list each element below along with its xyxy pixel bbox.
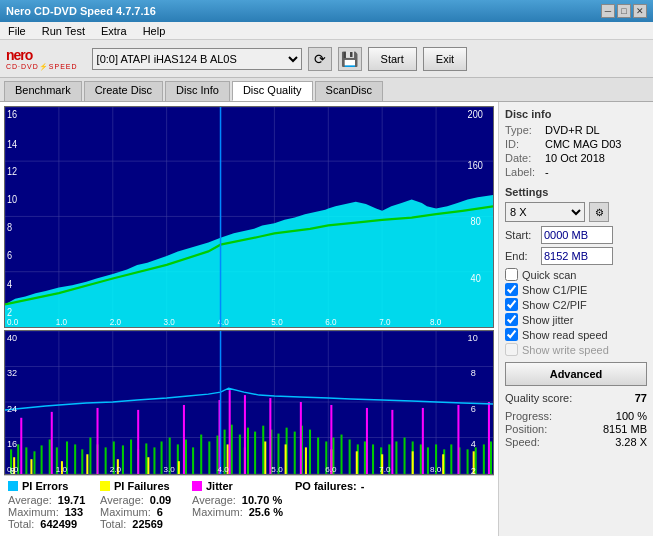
svg-rect-142 (300, 402, 302, 474)
tab-scan-disc[interactable]: ScanDisc (315, 81, 383, 101)
quality-score-row: Quality score: 77 (505, 392, 647, 404)
show-c1-pie-checkbox[interactable] (505, 283, 518, 296)
menu-file[interactable]: File (4, 24, 30, 38)
disc-id-label: ID: (505, 138, 545, 150)
svg-rect-109 (395, 441, 397, 474)
pi-errors-total-label: Total: (8, 518, 34, 530)
svg-rect-68 (130, 439, 132, 474)
show-read-speed-checkbox[interactable] (505, 328, 518, 341)
pi-failures-label: PI Failures (114, 480, 170, 492)
pi-errors-max-label: Maximum: (8, 506, 59, 518)
speed-select[interactable]: 8 X (505, 202, 585, 222)
progress-row: Progress: 100 % (505, 410, 647, 422)
svg-text:8: 8 (7, 222, 12, 234)
disc-id-value: CMC MAG D03 (545, 138, 621, 150)
svg-text:8.0: 8.0 (430, 465, 442, 474)
tab-benchmark[interactable]: Benchmark (4, 81, 82, 101)
menu-extra[interactable]: Extra (97, 24, 131, 38)
pi-failures-avg-value: 0.09 (150, 494, 171, 506)
svg-text:10: 10 (468, 333, 478, 343)
drive-select[interactable]: [0:0] ATAPI iHAS124 B AL0S (92, 48, 302, 70)
svg-text:40: 40 (7, 333, 17, 343)
title-bar: Nero CD-DVD Speed 4.7.7.16 ─ □ ✕ (0, 0, 653, 22)
svg-text:14: 14 (7, 138, 18, 150)
svg-text:16: 16 (7, 439, 17, 449)
pi-failures-stat: PI Failures Average: 0.09 Maximum: 6 Tot… (100, 480, 180, 530)
svg-text:8.0: 8.0 (430, 316, 442, 327)
disc-date-row: Date: 10 Oct 2018 (505, 152, 647, 164)
svg-rect-72 (161, 441, 163, 474)
save-icon[interactable]: 💾 (338, 47, 362, 71)
tab-disc-quality[interactable]: Disc Quality (232, 81, 313, 101)
svg-text:1.0: 1.0 (56, 465, 68, 474)
show-jitter-row: Show jitter (505, 313, 647, 326)
svg-text:7.0: 7.0 (379, 316, 391, 327)
logo-sub: CD·DVD⚡SPEED (6, 63, 78, 71)
pi-failures-max-label: Maximum: (100, 506, 151, 518)
logo-nero: nero (6, 47, 32, 63)
pi-failures-total-label: Total: (100, 518, 126, 530)
exit-button[interactable]: Exit (423, 47, 467, 71)
svg-rect-67 (122, 445, 124, 474)
menu-help[interactable]: Help (139, 24, 170, 38)
speed-value: 3.28 X (615, 436, 647, 448)
disc-info-title: Disc info (505, 108, 647, 120)
advanced-button[interactable]: Advanced (505, 362, 647, 386)
show-write-speed-label: Show write speed (522, 344, 609, 356)
disc-type-value: DVD+R DL (545, 124, 600, 136)
show-read-speed-row: Show read speed (505, 328, 647, 341)
svg-text:5.0: 5.0 (271, 465, 283, 474)
start-button[interactable]: Start (368, 47, 417, 71)
disc-date-label: Date: (505, 152, 545, 164)
svg-rect-103 (349, 439, 351, 474)
svg-rect-70 (145, 443, 147, 474)
tab-disc-info[interactable]: Disc Info (165, 81, 230, 101)
svg-text:6.0: 6.0 (325, 465, 337, 474)
svg-rect-83 (86, 454, 88, 474)
show-write-speed-checkbox[interactable] (505, 343, 518, 356)
toolbar: nero CD·DVD⚡SPEED [0:0] ATAPI iHAS124 B … (0, 40, 653, 78)
show-c2-pif-checkbox[interactable] (505, 298, 518, 311)
disc-type-label: Type: (505, 124, 545, 136)
svg-text:2.0: 2.0 (110, 316, 122, 327)
svg-rect-75 (185, 439, 187, 474)
settings-icon-btn[interactable]: ⚙ (589, 202, 609, 222)
end-input[interactable] (541, 247, 613, 265)
svg-rect-92 (262, 426, 264, 474)
svg-text:16: 16 (7, 109, 17, 121)
svg-rect-102 (341, 435, 343, 474)
svg-rect-139 (229, 390, 231, 474)
svg-rect-134 (51, 412, 53, 474)
svg-rect-141 (269, 398, 271, 474)
close-button[interactable]: ✕ (633, 4, 647, 18)
show-c1-pie-row: Show C1/PIE (505, 283, 647, 296)
svg-rect-62 (81, 449, 83, 474)
svg-text:200: 200 (468, 109, 483, 121)
right-panel: Disc info Type: DVD+R DL ID: CMC MAG D03… (498, 102, 653, 536)
bottom-chart: 40 32 24 16 8 10 8 6 4 2 0.0 1.0 2.0 3.0… (5, 331, 493, 474)
svg-text:32: 32 (7, 368, 17, 378)
svg-text:5.0: 5.0 (271, 316, 283, 327)
progress-label: Progress: (505, 410, 552, 422)
svg-rect-136 (137, 410, 139, 474)
svg-text:0.0: 0.0 (7, 316, 19, 327)
show-c2-pif-label: Show C2/PIF (522, 299, 587, 311)
position-row: Position: 8151 MB (505, 423, 647, 435)
menu-run-test[interactable]: Run Test (38, 24, 89, 38)
show-jitter-checkbox[interactable] (505, 313, 518, 326)
tab-create-disc[interactable]: Create Disc (84, 81, 163, 101)
pi-errors-avg-label: Average: (8, 494, 52, 506)
svg-rect-81 (30, 459, 32, 474)
svg-rect-58 (49, 439, 51, 474)
maximize-button[interactable]: □ (617, 4, 631, 18)
quick-scan-checkbox[interactable] (505, 268, 518, 281)
minimize-button[interactable]: ─ (601, 4, 615, 18)
svg-rect-65 (105, 447, 107, 474)
svg-rect-148 (488, 402, 490, 474)
svg-rect-76 (192, 447, 194, 474)
refresh-icon[interactable]: ⟳ (308, 47, 332, 71)
svg-text:8: 8 (471, 368, 476, 378)
start-input[interactable] (541, 226, 613, 244)
svg-text:0.0: 0.0 (7, 465, 19, 474)
svg-rect-99 (317, 438, 319, 474)
